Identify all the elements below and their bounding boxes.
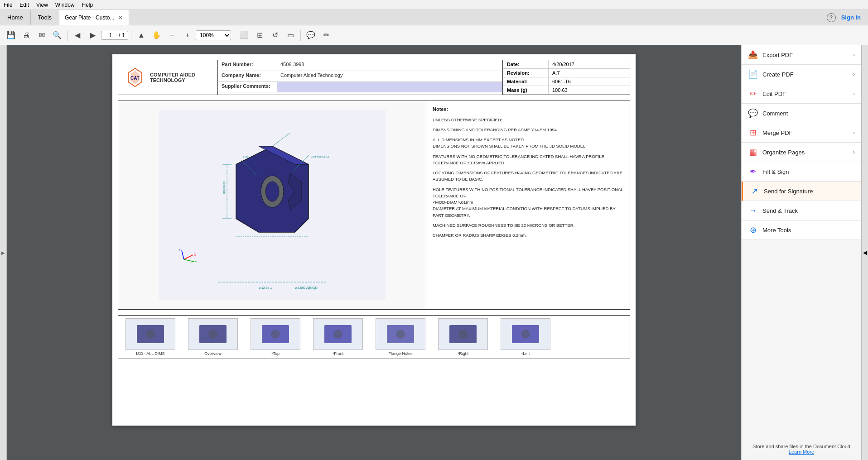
toolbar-fit-width-button[interactable]: ⬜ — [237, 28, 251, 43]
pdf-body: 2x ⌀4.0±5[B C] ⌀ 8d.1 dimension X Y — [118, 101, 630, 310]
toolbar-next-page-button[interactable]: ▶ — [86, 28, 100, 43]
right-tool-organize-pages[interactable]: ▦Organize Pages› — [742, 143, 861, 162]
thumbnail-label-5: *Right — [458, 351, 469, 356]
thumbnail-item-4[interactable]: Flange Holes — [371, 318, 430, 356]
svg-point-33 — [208, 330, 217, 339]
svg-text:⌀ 3.500 A|B|C|D: ⌀ 3.500 A|B|C|D — [295, 286, 318, 290]
edit-pdf-label: Edit PDF — [762, 91, 849, 97]
svg-point-7 — [265, 182, 279, 201]
thumbnail-label-0: ISO - ALL DIMS — [136, 351, 165, 356]
more-tools-label: More Tools — [762, 227, 855, 234]
organize-pages-icon: ▦ — [748, 147, 758, 157]
pdf-viewer-area: CAT COMPUTER AIDED TECHNOLOGY Part Numbe… — [7, 45, 741, 460]
create-pdf-label: Create PDF — [762, 71, 849, 78]
thumbnail-item-3[interactable]: *Front — [309, 318, 367, 356]
tab-document[interactable]: Gear Plate - Custo... ✕ — [59, 10, 129, 25]
thumbnail-image-2 — [251, 318, 300, 350]
toolbar-rotate-button[interactable]: ↺ — [268, 28, 282, 43]
menu-view[interactable]: View — [36, 2, 48, 8]
svg-point-39 — [333, 330, 342, 339]
create-pdf-expand-icon: › — [853, 71, 855, 77]
send-for-signature-label: Send for Signature — [764, 188, 855, 195]
toolbar-fit-page-button[interactable]: ⊞ — [252, 28, 267, 43]
toolbar-email-button[interactable]: ✉ — [34, 28, 49, 43]
tab-tools[interactable]: Tools — [31, 10, 59, 25]
thumbnail-label-2: *Top — [271, 351, 280, 356]
right-panel-toggle[interactable]: ◀ — [861, 45, 868, 460]
send-for-signature-icon: ↗ — [749, 186, 759, 196]
help-icon[interactable]: ? — [827, 13, 836, 22]
right-tool-more-tools[interactable]: ⊕More Tools — [742, 220, 861, 240]
right-tool-send-for-signature[interactable]: ↗Send for Signature — [742, 182, 861, 201]
pdf-page: CAT COMPUTER AIDED TECHNOLOGY Part Numbe… — [112, 54, 636, 426]
organize-pages-label: Organize Pages — [762, 149, 849, 156]
toolbar-prev-page-button[interactable]: ◀ — [70, 28, 85, 43]
thumbnail-item-6[interactable]: *Left — [496, 318, 555, 356]
create-pdf-icon: 📄 — [748, 69, 758, 79]
thumbnail-item-1[interactable]: Overview — [183, 318, 242, 356]
toolbar-comment-button[interactable]: 💬 — [304, 28, 318, 43]
date-label: Date: — [503, 60, 548, 69]
toolbar-zoom-out-button[interactable]: − — [165, 28, 179, 43]
menu-window[interactable]: Window — [55, 2, 75, 8]
merge-pdf-label: Merge PDF — [762, 129, 849, 136]
revision-value: A.7 — [548, 69, 630, 77]
send-track-icon: → — [748, 206, 758, 216]
organize-pages-expand-icon: › — [853, 149, 855, 155]
note-1: UNLESS OTHERWISE SPECIFIED: — [433, 117, 623, 123]
more-tools-icon: ⊕ — [748, 225, 758, 235]
tab-close-button[interactable]: ✕ — [118, 14, 123, 21]
toolbar-zoom-in-button[interactable]: + — [180, 28, 195, 43]
right-tool-fill-sign[interactable]: ✒Fill & Sign — [742, 162, 861, 182]
right-tool-export-pdf[interactable]: 📤Export PDF› — [742, 45, 861, 65]
comment-icon: 💬 — [748, 108, 758, 118]
toolbar-separator-4 — [300, 30, 301, 41]
notes-title: Notes: — [433, 105, 623, 113]
supplier-input[interactable] — [277, 82, 502, 93]
company-name-value: Computer Aided Technology — [277, 71, 502, 82]
tab-doc-title: Gear Plate - Custo... — [65, 14, 114, 21]
zoom-select[interactable]: 100% 75% 125% 150% 200% Fit Page Fit Wid… — [196, 30, 231, 40]
toolbar-cursor-tool[interactable]: ▲ — [134, 28, 149, 43]
toolbar-save-button[interactable]: 💾 — [4, 28, 18, 43]
svg-point-45 — [458, 330, 468, 339]
thumbnail-item-5[interactable]: *Right — [434, 318, 492, 356]
tab-home[interactable]: Home — [0, 10, 31, 25]
svg-text:X: X — [194, 253, 196, 256]
thumbnail-image-0 — [125, 318, 175, 350]
thumbnail-image-5 — [438, 318, 488, 350]
toolbar-fullscreen-button[interactable]: ▭ — [283, 28, 298, 43]
thumbnails-bar: ISO - ALL DIMS Overview *Top *Front Flan… — [118, 315, 630, 359]
right-tool-merge-pdf[interactable]: ⊞Merge PDF› — [742, 123, 861, 143]
menu-bar: File Edit View Window Help — [0, 0, 868, 10]
thumbnail-item-2[interactable]: *Top — [246, 318, 305, 356]
right-tool-send-track[interactable]: →Send & Track — [742, 201, 861, 220]
learn-more-link[interactable]: Learn More — [789, 449, 814, 455]
thumbnail-item-0[interactable]: ISO - ALL DIMS — [121, 318, 180, 356]
note-5: LOCATING DIMENSIONS OF FEATURES HAVING G… — [433, 170, 623, 183]
svg-text:CAT: CAT — [130, 76, 140, 81]
toolbar-pencil-button[interactable]: ✏ — [319, 28, 333, 43]
toolbar-hand-tool[interactable]: ✋ — [149, 28, 164, 43]
drawing-area: 2x ⌀4.0±5[B C] ⌀ 8d.1 dimension X Y — [118, 101, 426, 309]
technical-drawing: 2x ⌀4.0±5[B C] ⌀ 8d.1 dimension X Y — [159, 110, 386, 300]
toolbar-print-button[interactable]: 🖨 — [19, 28, 34, 43]
menu-edit[interactable]: Edit — [19, 2, 29, 8]
sign-in-button[interactable]: Sign In — [841, 14, 861, 21]
left-panel-toggle[interactable]: ▶ — [0, 45, 7, 460]
menu-help[interactable]: Help — [82, 2, 93, 8]
supplier-label: Supplier Comments: — [218, 82, 277, 93]
right-tool-edit-pdf[interactable]: ✏Edit PDF› — [742, 84, 861, 104]
page-number-input[interactable] — [104, 32, 117, 38]
toolbar-search-button[interactable]: 🔍 — [50, 28, 64, 43]
menu-file[interactable]: File — [4, 2, 12, 8]
part-number-value: 4506-3998 — [277, 60, 502, 71]
company-logo: CAT — [124, 66, 146, 89]
svg-text:2x ⌀4.0±5[B C]: 2x ⌀4.0±5[B C] — [311, 155, 329, 158]
note-4: FEATURES WITH NO GEOMETRIC TOLERANCE IND… — [433, 153, 623, 167]
right-tool-comment[interactable]: 💬Comment — [742, 104, 861, 123]
revision-label: Revision: — [503, 69, 548, 77]
note-3: ALL DIMENSIONS IN MM EXCEPT AS NOTED. DI… — [433, 137, 623, 150]
right-tool-create-pdf[interactable]: 📄Create PDF› — [742, 65, 861, 84]
logo-text: COMPUTER AIDED TECHNOLOGY — [150, 72, 195, 83]
